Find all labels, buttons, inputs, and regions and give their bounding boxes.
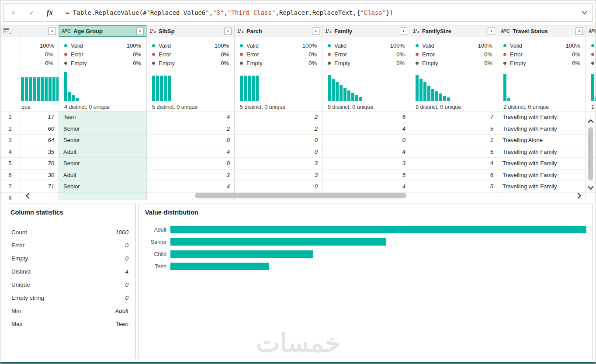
distribution-bar[interactable] xyxy=(170,250,313,258)
cell[interactable]: Senior xyxy=(59,181,146,193)
column-histogram[interactable] xyxy=(64,72,141,101)
filter-dropdown-button[interactable]: ▾ xyxy=(49,28,56,35)
row-number[interactable]: 4 xyxy=(0,146,20,158)
column-header-age-group[interactable]: AᴮCAge Group▾ xyxy=(59,25,146,37)
cell[interactable]: 6 xyxy=(410,170,498,181)
filter-dropdown-button[interactable]: ▾ xyxy=(312,28,319,35)
cell[interactable]: 4 xyxy=(147,111,234,123)
cell[interactable]: 64 xyxy=(20,135,59,146)
horizontal-scrollbar[interactable] xyxy=(23,192,583,199)
row-number[interactable]: 6 xyxy=(0,170,20,181)
cell[interactable]: 2 xyxy=(147,123,234,135)
cell[interactable]: Senior xyxy=(59,123,146,135)
cell[interactable] xyxy=(586,193,596,201)
row-number[interactable]: 7 xyxy=(0,181,20,193)
cell[interactable]: 5 xyxy=(410,146,498,158)
scroll-down-button[interactable] xyxy=(587,183,594,192)
column-header-family[interactable]: 1²₃Family▾ xyxy=(322,25,410,37)
cell[interactable]: 2 xyxy=(147,170,234,181)
cell[interactable]: Travelling with Family xyxy=(498,123,586,135)
cell[interactable]: 7 xyxy=(410,111,498,123)
confirm-formula-icon[interactable]: ✓ xyxy=(28,9,34,17)
cell[interactable]: 4 xyxy=(147,146,234,158)
column-histogram[interactable] xyxy=(152,72,229,101)
distribution-bar[interactable] xyxy=(170,238,386,246)
column-header-col-7[interactable]: AᴮC▾ xyxy=(586,25,596,37)
cell[interactable]: 3 xyxy=(235,170,322,181)
column-header-col-0[interactable]: ▾ xyxy=(20,25,59,37)
column-histogram[interactable] xyxy=(503,72,580,101)
cell[interactable]: 0 xyxy=(235,181,322,193)
cell[interactable]: Travelling with Family xyxy=(498,146,586,158)
cell[interactable]: 70 xyxy=(20,158,59,170)
cell[interactable]: 60 xyxy=(20,123,59,135)
horizontal-scroll-thumb[interactable] xyxy=(195,193,406,198)
table-options-button[interactable] xyxy=(0,25,20,37)
cell[interactable]: Travelling with Family xyxy=(498,181,586,193)
scroll-right-button[interactable] xyxy=(575,192,583,199)
cell[interactable]: Adult xyxy=(59,146,146,158)
distribution-bar[interactable] xyxy=(170,226,586,233)
cell[interactable]: Senior xyxy=(59,158,146,170)
cell[interactable]: Adult xyxy=(59,170,146,181)
row-number[interactable]: 5 xyxy=(0,158,20,170)
column-header-travel-status[interactable]: AᴮCTravel Status▾ xyxy=(498,25,586,37)
cell[interactable]: Senior xyxy=(59,135,146,146)
cell[interactable]: 5 xyxy=(410,181,498,193)
cell[interactable]: 4 xyxy=(147,181,234,193)
cell[interactable]: 6 xyxy=(322,111,410,123)
cell[interactable]: 17 xyxy=(20,111,59,123)
filter-dropdown-button[interactable]: ▾ xyxy=(400,28,407,35)
cell[interactable]: 0 xyxy=(235,146,322,158)
horizontal-scroll-track[interactable] xyxy=(32,192,575,199)
cell[interactable]: 0 xyxy=(147,135,234,146)
filter-dropdown-button[interactable]: ▾ xyxy=(224,28,232,35)
cell[interactable]: 1 xyxy=(410,135,498,146)
filter-dropdown-button[interactable]: ▾ xyxy=(488,28,495,35)
cell[interactable]: 71 xyxy=(20,181,59,193)
cell[interactable]: Teen xyxy=(59,111,146,123)
cell[interactable]: Travelling with Family xyxy=(498,111,586,123)
column-histogram[interactable] xyxy=(591,72,596,101)
filter-dropdown-button[interactable]: ▾ xyxy=(136,28,144,35)
row-number[interactable]: 3 xyxy=(0,135,20,146)
column-histogram[interactable] xyxy=(416,72,492,101)
column-header-sibsp[interactable]: 1²₃SibSp▾ xyxy=(147,25,234,37)
scroll-left-button[interactable] xyxy=(23,192,32,199)
cell[interactable]: 5 xyxy=(410,123,498,135)
cell[interactable]: 4 xyxy=(322,123,410,135)
scroll-up-button[interactable] xyxy=(587,117,594,125)
cell[interactable]: 2 xyxy=(235,123,322,135)
cell[interactable]: 3 xyxy=(235,158,322,170)
cell[interactable]: 4 xyxy=(322,181,410,193)
fx-add-step-icon[interactable]: fx xyxy=(47,8,53,17)
column-histogram[interactable] xyxy=(240,72,317,101)
cancel-formula-icon[interactable]: ✕ xyxy=(10,9,16,17)
cell[interactable]: 0 xyxy=(147,158,234,170)
cell[interactable]: Travelling Alone xyxy=(498,135,586,146)
row-number[interactable]: 1 xyxy=(0,111,20,123)
row-number[interactable]: 2 xyxy=(0,123,20,135)
cell[interactable]: 4 xyxy=(410,158,498,170)
cell[interactable]: 30 xyxy=(20,170,59,181)
column-histogram[interactable] xyxy=(21,72,53,101)
column-header-parch[interactable]: 1²₃Parch▾ xyxy=(235,25,322,37)
cell[interactable]: Travelling with Family xyxy=(498,170,586,181)
cell[interactable]: Travelling with Family xyxy=(498,158,586,170)
vertical-scrollbar[interactable] xyxy=(587,117,594,192)
distribution-bar[interactable] xyxy=(170,263,269,270)
cell[interactable]: 0 xyxy=(322,135,410,146)
column-header-familysize[interactable]: 1²₃FamilySize▾ xyxy=(410,25,498,37)
formula-input[interactable]: = Table.ReplaceValue(#"Replaced Value6",… xyxy=(60,9,576,16)
row-number[interactable]: 8 xyxy=(0,193,20,201)
cell[interactable]: 2 xyxy=(235,111,322,123)
column-histogram[interactable] xyxy=(328,72,405,101)
formula-expand-button[interactable] xyxy=(576,4,593,21)
cell[interactable]: 0 xyxy=(235,135,322,146)
cell[interactable]: 4 xyxy=(322,146,410,158)
filter-dropdown-button[interactable]: ▾ xyxy=(575,28,583,35)
vertical-scroll-thumb[interactable] xyxy=(588,127,593,180)
cell[interactable]: 3 xyxy=(322,158,410,170)
cell[interactable]: 5 xyxy=(322,170,410,181)
cell[interactable]: 35 xyxy=(20,146,59,158)
